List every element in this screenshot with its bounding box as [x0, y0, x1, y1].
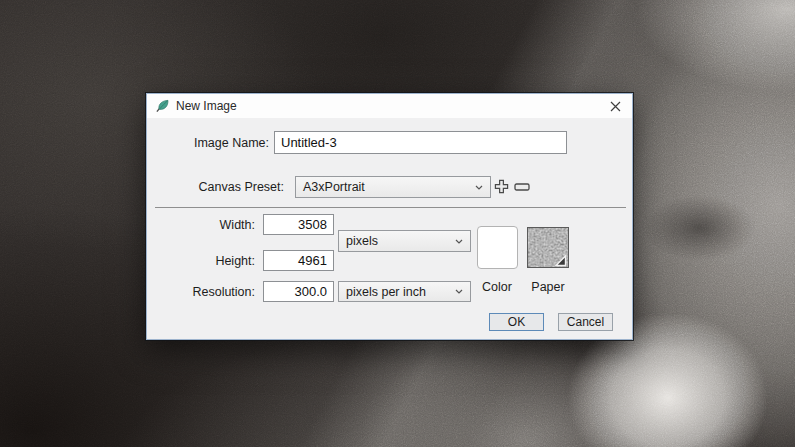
resolution-label: Resolution: [147, 285, 255, 299]
image-name-label: Image Name: [147, 136, 269, 150]
resolution-unit-value: pixels per inch [346, 285, 426, 299]
dialog-title: New Image [176, 99, 237, 113]
paper-swatch-label: Paper [518, 280, 578, 294]
width-input[interactable] [263, 214, 334, 235]
section-divider [155, 207, 626, 208]
image-name-input[interactable] [274, 131, 567, 154]
new-image-dialog: New Image Image Name: Canvas Preset: A3x… [146, 93, 633, 340]
chevron-down-icon [455, 289, 463, 294]
close-icon [610, 101, 621, 112]
resolution-input[interactable] [263, 281, 334, 302]
leaf-icon [155, 99, 169, 113]
dialog-titlebar[interactable]: New Image [147, 94, 632, 118]
height-input[interactable] [263, 250, 334, 271]
width-label: Width: [147, 218, 255, 232]
paper-swatch[interactable] [527, 227, 569, 268]
minus-icon [514, 183, 530, 191]
plus-icon [494, 179, 509, 194]
canvas-preset-label: Canvas Preset: [147, 180, 284, 194]
dimension-unit-value: pixels [346, 234, 378, 248]
chevron-down-icon [475, 185, 483, 190]
canvas-preset-value: A3xPortrait [303, 180, 365, 194]
add-preset-button[interactable] [494, 179, 509, 194]
remove-preset-button[interactable] [514, 183, 530, 191]
ok-button[interactable]: OK [489, 313, 544, 331]
canvas-preset-dropdown[interactable]: A3xPortrait [295, 176, 491, 198]
chevron-down-icon [455, 239, 463, 244]
close-button[interactable] [598, 94, 632, 118]
height-label: Height: [147, 254, 255, 268]
resolution-unit-dropdown[interactable]: pixels per inch [338, 281, 471, 302]
cancel-button[interactable]: Cancel [558, 313, 613, 331]
color-swatch[interactable] [477, 226, 518, 269]
resize-triangle-icon [554, 253, 567, 266]
dimension-unit-dropdown[interactable]: pixels [338, 230, 471, 252]
